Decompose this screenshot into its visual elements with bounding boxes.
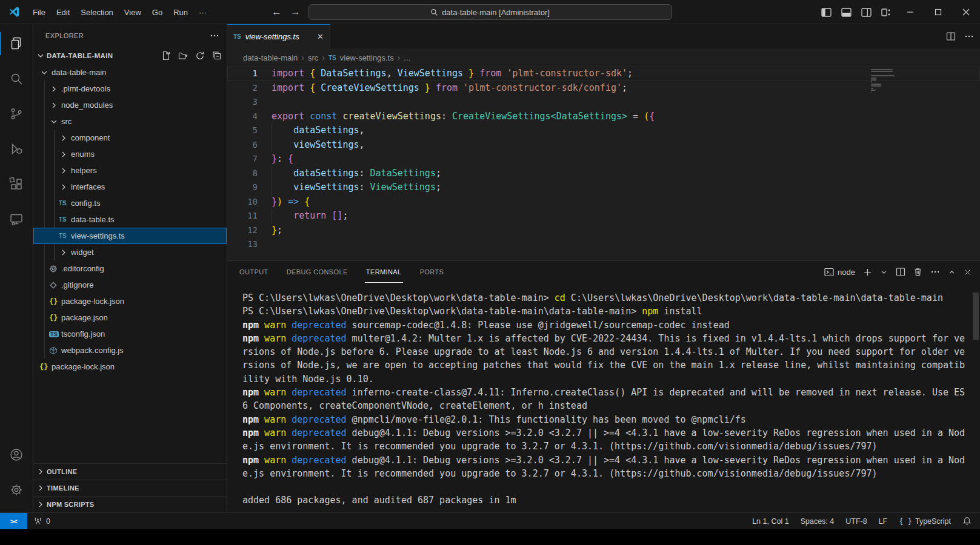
breadcrumb-item[interactable]: src [308,53,318,62]
menu-go[interactable]: Go [147,5,168,19]
nav-forward-button[interactable]: → [290,6,301,18]
close-button[interactable] [952,0,980,24]
code-line-5[interactable]: 5 dataSettings, [227,124,980,138]
source-control-icon[interactable] [0,96,33,131]
terminal-scrollbar[interactable] [973,292,979,340]
code-line-4[interactable]: 4export const createViewSettings: Create… [227,110,980,124]
terminal-line: npm warn deprecated inferno-create-class… [242,386,980,399]
nav-back-button[interactable]: ← [272,6,282,18]
tree-item-view-settings-ts[interactable]: TSview-settings.ts [33,228,227,244]
run-debug-icon[interactable] [0,131,33,167]
tree-item-tsconfig-json[interactable]: TStsconfig.json [33,326,227,342]
tree-item-widget[interactable]: widget [33,244,227,260]
menu-edit[interactable]: Edit [51,5,75,19]
code-line-7[interactable]: 7}: { [227,152,980,167]
tree-item--gitignore[interactable]: .gitignore [33,277,227,293]
tree-item-component[interactable]: component [33,130,227,146]
explorer-icon[interactable] [0,26,33,61]
tab-view-settings[interactable]: TS view-settings.ts ✕ [227,24,330,48]
menu-run[interactable]: Run [168,5,193,19]
settings-icon[interactable] [0,472,33,507]
account-icon[interactable] [0,437,33,472]
editor-more-actions-icon[interactable] [964,31,974,41]
toggle-panel-icon[interactable] [836,0,856,24]
section-timeline[interactable]: TIMELINE [33,480,227,496]
tree-item-data-table-ts[interactable]: TSdata-table.ts [33,211,227,228]
search-icon[interactable] [0,61,33,96]
tree-item-enums[interactable]: enums [33,146,227,162]
panel-more-actions-icon[interactable] [930,267,940,277]
section-outline[interactable]: OUTLINE [33,463,227,480]
indent-guide [272,138,272,153]
notifications-bell-icon[interactable] [962,517,972,526]
maximize-button[interactable] [924,0,952,24]
panel-tab-output[interactable]: OUTPUT [238,261,270,283]
new-file-icon[interactable] [161,51,171,61]
tree-item-package-lock-json[interactable]: {}package-lock.json [33,358,227,375]
language-mode[interactable]: { } TypeScript [899,517,951,526]
tree-item-helpers[interactable]: helpers [33,162,227,179]
status-utf-8[interactable]: UTF-8 [845,517,867,526]
menu-view[interactable]: View [119,5,147,19]
extensions-icon[interactable] [0,167,33,202]
menu-selection[interactable]: Selection [75,5,118,19]
tab-close-icon[interactable]: ✕ [317,32,324,41]
code-line-1[interactable]: 1import { DataSettings, ViewSettings } f… [227,67,980,81]
tree-item-interfaces[interactable]: interfaces [33,179,227,195]
breadcrumb-item[interactable]: data-table-main [243,53,298,62]
close-panel-icon[interactable] [964,268,972,276]
terminal-profile-dropdown-icon[interactable] [880,268,888,276]
toggle-secondary-sidebar-icon[interactable] [856,0,876,24]
terminal-output[interactable]: PS C:\Users\lwkas\OneDrive\Desktop\work\… [227,283,980,512]
collapse-all-icon[interactable] [212,51,222,61]
menu-file[interactable]: File [27,5,51,19]
explorer-more-actions-icon[interactable] [210,31,219,41]
command-center[interactable]: data-table-main [Administrator] [308,4,672,20]
tree-item-node-modules[interactable]: node_modules [33,97,227,113]
toggle-sidebar-icon[interactable] [816,0,836,24]
ports-count[interactable]: 0 [46,517,50,526]
status-lf[interactable]: LF [879,517,888,526]
code-line-13[interactable]: 13 [227,237,980,252]
tree-item--editorconfig[interactable]: .editorconfig [33,260,227,277]
code-line-10[interactable]: 10}) => { [227,195,980,210]
tree-item-config-ts[interactable]: TSconfig.ts [33,195,227,211]
tree-item-label: src [61,117,72,126]
code-line-9[interactable]: 9 viewSettings: ViewSettings; [227,180,980,195]
tree-item-data-table-main[interactable]: data-table-main [33,64,227,81]
tree-item-webpack-config-js[interactable]: webpack.config.js [33,342,227,358]
tree-item-src[interactable]: src [33,113,227,130]
code-line-11[interactable]: 11 return []; [227,209,980,223]
panel-tab-ports[interactable]: PORTS [419,261,445,283]
remote-indicator[interactable]: >< [0,513,27,529]
code-line-2[interactable]: 2import { CreateViewSettings } from 'plm… [227,81,980,96]
status-spaces-4[interactable]: Spaces: 4 [801,517,835,526]
maximize-panel-icon[interactable] [948,268,956,276]
code-line-12[interactable]: 12}; [227,223,980,238]
minimize-button[interactable] [896,0,924,24]
remote-explorer-icon[interactable] [0,202,33,237]
menu-[interactable]: ··· [193,5,212,19]
split-editor-icon[interactable] [946,31,956,41]
panel-tab-debug-console[interactable]: DEBUG CONSOLE [285,261,349,283]
breadcrumb-item[interactable]: view-settings.ts [340,53,394,62]
status-ln-1-col-1[interactable]: Ln 1, Col 1 [752,517,788,526]
new-folder-icon[interactable] [178,51,188,61]
customize-layout-icon[interactable] [876,0,896,24]
tree-item-package-lock-json[interactable]: {}package-lock.json [33,293,227,309]
code-line-6[interactable]: 6 viewSettings, [227,138,980,153]
split-terminal-icon[interactable] [896,267,905,277]
terminal-profile[interactable]: node [824,268,855,277]
code-line-3[interactable]: 3 [227,95,980,110]
tree-item--plmt-devtools[interactable]: .plmt-devtools [33,81,227,97]
workspace-root-row[interactable]: DATA-TABLE-MAIN [33,47,227,64]
tree-item-package-json[interactable]: {}package.json [33,309,227,326]
section-npm-scripts[interactable]: NPM SCRIPTS [33,496,227,512]
code-editor[interactable]: 1import { DataSettings, ViewSettings } f… [227,67,980,260]
new-terminal-icon[interactable] [863,268,872,277]
kill-terminal-icon[interactable] [913,267,922,277]
refresh-icon[interactable] [195,51,205,61]
code-line-8[interactable]: 8 dataSettings: DataSettings; [227,167,980,181]
breadcrumb-item[interactable]: ... [404,53,410,62]
panel-tab-terminal[interactable]: TERMINAL [365,261,403,283]
